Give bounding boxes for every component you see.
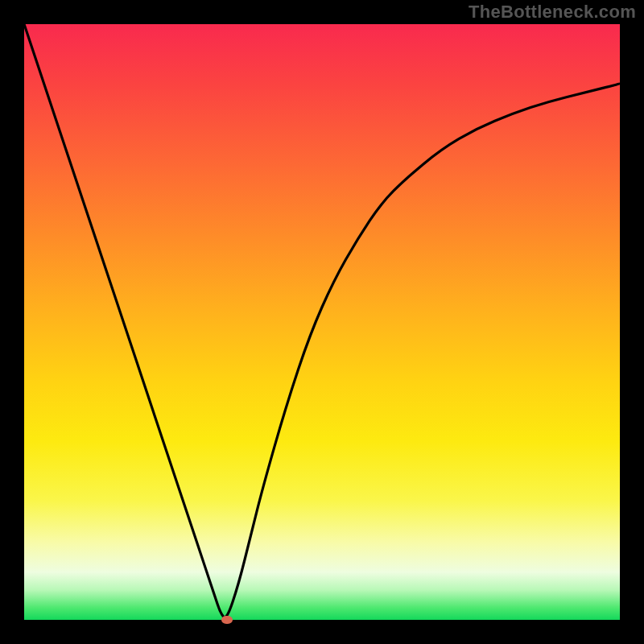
optimum-marker <box>221 616 233 624</box>
chart-frame: TheBottleneck.com <box>0 0 644 644</box>
chart-plot-area <box>24 24 620 620</box>
curve-path <box>24 24 620 617</box>
attribution-text: TheBottleneck.com <box>469 2 636 23</box>
curve-svg <box>24 24 620 620</box>
